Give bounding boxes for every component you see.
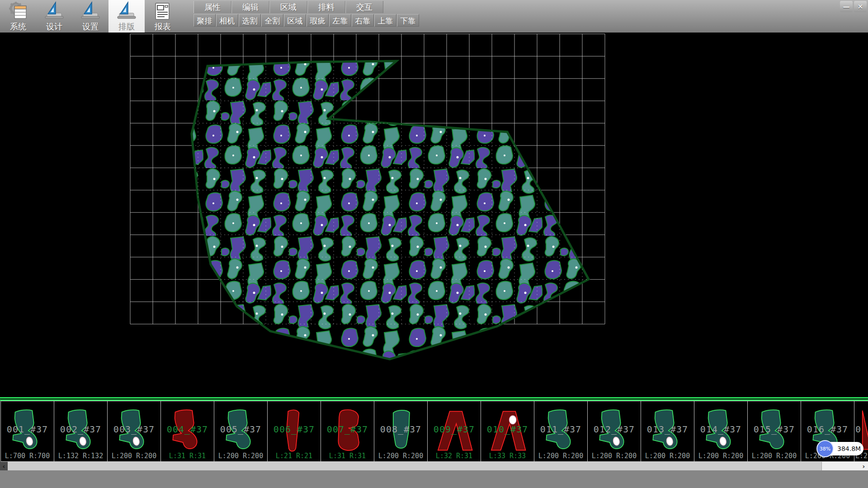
ruler-laptop-icon xyxy=(117,1,137,21)
part-lr-count-label: L:32 R:31 xyxy=(428,452,481,460)
main-button-group: 系统 设计 设置 排版 报表 xyxy=(0,0,181,33)
part-lr-count-label: L:200 R:200 xyxy=(694,452,747,460)
tool-align-right[interactable]: 右靠 xyxy=(352,14,374,27)
part-lr-count-label: L:200 R:200 xyxy=(374,452,427,460)
part-id-label: 005_#37 xyxy=(214,424,267,435)
minimize-button[interactable]: — xyxy=(840,1,853,12)
scrollbar-thumb[interactable] xyxy=(8,462,822,470)
tool-camera[interactable]: 相机 xyxy=(216,14,238,27)
ruler-laptop-icon xyxy=(44,1,64,21)
status-bar xyxy=(0,470,868,488)
ruler-laptop-icon xyxy=(80,1,100,21)
tab-interaction[interactable]: 交互 xyxy=(345,1,383,13)
part-id-label: 010_#37 xyxy=(481,424,534,435)
part-id-label: 004_#37 xyxy=(161,424,214,435)
design-button-label: 设计 xyxy=(46,22,62,32)
part-thumbnail[interactable]: 009_#37 L:32 R:31 xyxy=(427,401,481,462)
part-thumbnail[interactable]: 013_#37 L:200 R:200 xyxy=(641,401,694,462)
system-button-label: 系统 xyxy=(10,22,26,32)
part-thumbnail[interactable]: 014_#37 L:200 R:200 xyxy=(694,401,748,462)
menu-tab-row: 属性 编辑 区域 排料 交互 xyxy=(193,1,383,13)
tool-align-top[interactable]: 上靠 xyxy=(374,14,396,27)
window-controls: — ✕ xyxy=(840,1,867,12)
tab-region[interactable]: 区域 xyxy=(269,1,307,13)
part-lr-count-label: L:31 R:31 xyxy=(321,452,374,460)
tool-align-left[interactable]: 左靠 xyxy=(329,14,351,27)
leather-hide-shape[interactable] xyxy=(192,61,589,359)
part-lr-count-label: L:132 R:132 xyxy=(54,452,107,460)
tool-cut-all[interactable]: 全割 xyxy=(261,14,283,27)
memory-percent-circle: 38% xyxy=(816,440,834,457)
part-id-label: 014_#37 xyxy=(694,424,747,435)
design-button[interactable]: 设计 xyxy=(36,0,72,33)
tab-edit[interactable]: 编辑 xyxy=(231,1,269,13)
part-lr-count-label: L:200 R:200 xyxy=(588,452,641,460)
part-id-label: 013_#37 xyxy=(641,424,694,435)
part-lr-count-label: L:200 R:200 xyxy=(748,452,801,460)
memory-amount-label: 384.8M xyxy=(837,445,861,452)
settings-button[interactable]: 设置 xyxy=(72,0,108,33)
part-thumbnail[interactable]: 002_#37 L:132 R:132 xyxy=(54,401,108,462)
part-thumbnail[interactable]: 007_#37 L:31 R:31 xyxy=(321,401,374,462)
part-lr-count-label: L:21 R:21 xyxy=(268,452,321,460)
tool-region[interactable]: 区域 xyxy=(284,14,306,27)
part-thumbnail[interactable]: 005_#37 L:200 R:200 xyxy=(214,401,268,462)
part-id-label: 003_#37 xyxy=(108,424,160,435)
part-lr-count-label: L:200 R:200 xyxy=(214,452,267,460)
part-lr-count-label: L:200 R:200 xyxy=(108,452,160,460)
nesting-canvas[interactable] xyxy=(0,33,868,397)
part-thumbnail-list: 001_#37 L:700 R:700 002_#37 L:132 R:132 … xyxy=(0,401,868,462)
tool-align-bottom[interactable]: 下靠 xyxy=(397,14,419,27)
part-thumbnail[interactable]: 006_#37 L:21 R:21 xyxy=(267,401,321,462)
memory-badge[interactable]: 38% 384.8M xyxy=(816,440,866,458)
scroll-right-arrow[interactable]: › xyxy=(860,462,868,470)
part-thumbnail[interactable]: 008_#37 L:200 R:200 xyxy=(374,401,428,462)
part-thumbnail[interactable]: 001_#37 L:700 R:700 xyxy=(0,401,54,462)
horizontal-scrollbar: ‹ › xyxy=(0,462,868,470)
close-button[interactable]: ✕ xyxy=(854,1,867,12)
part-lr-count-label: L:33 R:33 xyxy=(481,452,534,460)
layout-button[interactable]: 排版 xyxy=(108,0,145,33)
report-button[interactable]: 报表 xyxy=(145,0,181,33)
gear-table-icon xyxy=(8,1,28,21)
part-id-label: 011_#37 xyxy=(534,424,587,435)
part-id-label: 009_#37 xyxy=(428,424,481,435)
part-thumbnail[interactable]: 015_#37 L:200 R:200 xyxy=(747,401,801,462)
part-id-label: 0 xyxy=(854,424,868,435)
layout-button-label: 排版 xyxy=(118,22,135,32)
part-id-label: 001_#37 xyxy=(1,424,54,435)
tab-nesting[interactable]: 排料 xyxy=(307,1,345,13)
part-id-label: 006_#37 xyxy=(268,424,321,435)
system-button[interactable]: 系统 xyxy=(0,0,36,33)
part-thumbnail[interactable]: 012_#37 L:200 R:200 xyxy=(587,401,641,462)
tool-defect[interactable]: 瑕疵 xyxy=(307,14,329,27)
report-button-label: 报表 xyxy=(155,22,171,32)
part-thumbnail[interactable]: 004_#37 L:31 R:31 xyxy=(160,401,214,462)
part-lr-count-label: L:31 R:31 xyxy=(161,452,214,460)
part-lr-count-label: L:700 R:700 xyxy=(1,452,54,460)
part-id-label: 015_#37 xyxy=(748,424,801,435)
part-thumbnail[interactable]: 010_#37 L:33 R:33 xyxy=(481,401,534,462)
tool-button-row: 聚排 相机 选割 全割 区域 瑕疵 左靠 右靠 上靠 下靠 xyxy=(193,14,420,27)
parts-strip: 001_#37 L:700 R:700 002_#37 L:132 R:132 … xyxy=(0,397,868,462)
scroll-left-arrow[interactable]: ‹ xyxy=(0,462,8,470)
report-icon xyxy=(153,1,173,21)
tool-select-cut[interactable]: 选割 xyxy=(239,14,261,27)
part-thumbnail[interactable]: 003_#37 L:200 R:200 xyxy=(107,401,161,462)
settings-button-label: 设置 xyxy=(82,22,99,32)
part-id-label: 002_#37 xyxy=(54,424,107,435)
part-thumbnail[interactable]: 011_#37 L:200 R:200 xyxy=(534,401,588,462)
part-lr-count-label: L:200 R:200 xyxy=(641,452,694,460)
tab-properties[interactable]: 属性 xyxy=(193,1,231,13)
part-id-label: 008_#37 xyxy=(374,424,427,435)
toolbar: 系统 设计 设置 排版 报表 属性 编辑 区域 排料 交互 聚排 相机 选割 全… xyxy=(0,0,868,33)
part-lr-count-label: L:200 R:200 xyxy=(534,452,587,460)
part-id-label: 012_#37 xyxy=(588,424,641,435)
part-id-label: 007_#37 xyxy=(321,424,374,435)
tool-cluster-nest[interactable]: 聚排 xyxy=(193,14,216,27)
part-id-label: 016_#37 xyxy=(801,424,854,435)
